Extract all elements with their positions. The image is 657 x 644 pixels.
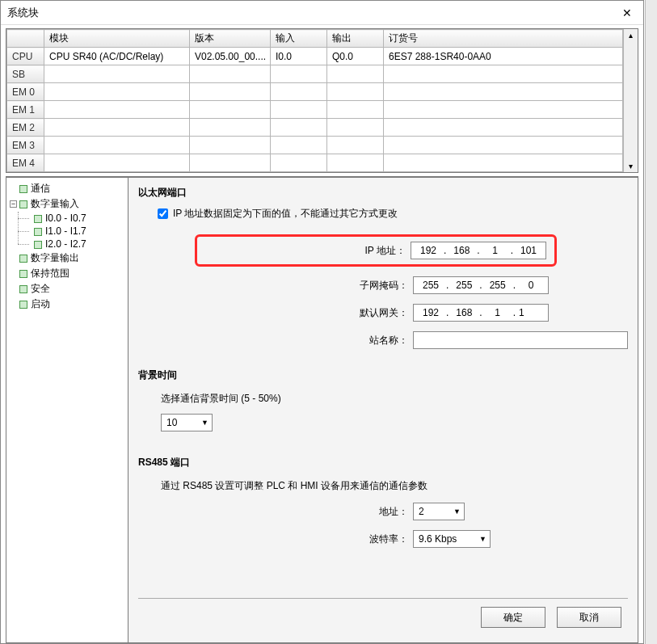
ip-oct-1[interactable] (415, 244, 442, 257)
tree-item[interactable]: −数字量输入 (8, 196, 126, 212)
mask-oct-3[interactable] (484, 279, 512, 292)
table-cell[interactable] (327, 65, 384, 83)
gw-oct-1[interactable] (417, 306, 444, 319)
col-module[interactable]: 模块 (44, 30, 190, 48)
tree-icon (19, 285, 27, 293)
gw-oct-3[interactable] (484, 306, 512, 319)
mask-oct-1[interactable] (417, 279, 444, 292)
station-input[interactable] (413, 331, 628, 349)
close-icon[interactable]: ✕ (611, 1, 643, 25)
ip-input[interactable]: . . . (411, 242, 546, 259)
table-cell[interactable] (384, 137, 623, 154)
table-cell[interactable] (271, 101, 327, 119)
col-input[interactable]: 输入 (271, 30, 327, 48)
ok-button[interactable]: 确定 (481, 607, 545, 628)
col-blank[interactable] (7, 30, 44, 48)
table-cell[interactable] (44, 65, 190, 83)
table-row[interactable]: CPUCPU SR40 (AC/DC/Relay)V02.05.00_00...… (7, 48, 638, 65)
scroll-up-icon[interactable]: ▴ (629, 29, 633, 41)
scroll-down-icon[interactable]: ▾ (629, 160, 633, 172)
row-header[interactable]: EM 1 (7, 101, 44, 119)
ip-fixed-checkbox[interactable] (158, 208, 168, 219)
mask-oct-2[interactable] (450, 279, 478, 292)
table-cell[interactable] (44, 137, 190, 154)
row-header[interactable]: SB (7, 65, 44, 83)
table-cell[interactable]: 6ES7 288-1SR40-0AA0 (384, 48, 623, 65)
table-cell[interactable] (271, 65, 327, 83)
table-row[interactable]: EM 0 (7, 83, 638, 101)
gw-oct-4[interactable] (517, 306, 545, 319)
table-cell[interactable]: I0.0 (271, 48, 327, 65)
table-cell[interactable] (327, 137, 384, 154)
background-select[interactable]: 10 ▼ (161, 414, 213, 431)
table-row[interactable]: EM 3 (7, 137, 638, 154)
tree-item[interactable]: 安全 (8, 281, 126, 297)
table-cell[interactable] (384, 65, 623, 83)
background-desc: 选择通信背景时间 (5 - 50%) (161, 392, 628, 406)
col-output[interactable]: 输出 (327, 30, 384, 48)
col-order[interactable]: 订货号 (384, 30, 623, 48)
table-row[interactable]: SB (7, 65, 638, 83)
cancel-button[interactable]: 取消 (557, 607, 621, 628)
table-cell[interactable] (327, 154, 384, 172)
ip-oct-2[interactable] (448, 244, 475, 257)
row-header[interactable]: CPU (7, 48, 44, 65)
tree-item[interactable]: 保持范围 (8, 266, 126, 281)
tree-item[interactable]: I2.0 - I2.7 (29, 238, 126, 250)
table-cell[interactable] (384, 154, 623, 172)
table-cell[interactable] (327, 83, 384, 101)
tree-item[interactable]: 通信 (8, 181, 126, 196)
table-cell[interactable] (190, 154, 271, 172)
table-row[interactable]: EM 2 (7, 119, 638, 137)
table-cell[interactable] (44, 101, 190, 119)
grid-scrollbar[interactable]: ▴ ▾ (623, 29, 638, 172)
table-cell[interactable] (384, 119, 623, 137)
rs485-desc: 通过 RS485 设置可调整 PLC 和 HMI 设备用来通信的通信参数 (161, 479, 628, 493)
table-row[interactable]: EM 1 (7, 101, 638, 119)
mask-input[interactable]: . . . (413, 276, 549, 294)
table-cell[interactable] (190, 137, 271, 154)
tree-item[interactable]: 启动 (8, 297, 126, 312)
tree-label: 数字量输出 (31, 252, 79, 263)
right-strip (645, 0, 657, 644)
table-cell[interactable] (44, 119, 190, 137)
tree-item[interactable]: I0.0 - I0.7 (29, 212, 126, 225)
table-cell[interactable]: Q0.0 (327, 48, 384, 65)
row-header[interactable]: EM 0 (7, 83, 44, 101)
table-cell[interactable] (190, 101, 271, 119)
module-grid: 模块 版本 输入 输出 订货号 CPUCPU SR40 (AC/DC/Relay… (6, 28, 638, 173)
table-cell[interactable]: V02.05.00_00.... (190, 48, 271, 65)
gw-oct-2[interactable] (450, 306, 478, 319)
table-cell[interactable] (271, 154, 327, 172)
table-row[interactable]: EM 4 (7, 154, 638, 172)
table-cell[interactable] (44, 83, 190, 101)
titlebar: 系统块 ✕ (1, 1, 643, 25)
table-cell[interactable] (271, 83, 327, 101)
ip-label: IP 地址： (197, 244, 411, 258)
col-version[interactable]: 版本 (190, 30, 271, 48)
row-header[interactable]: EM 2 (7, 119, 44, 137)
table-cell[interactable] (384, 83, 623, 101)
table-cell[interactable] (44, 154, 190, 172)
mask-oct-4[interactable] (517, 279, 545, 292)
table-cell[interactable] (190, 65, 271, 83)
ip-oct-4[interactable] (515, 244, 542, 257)
tree-item[interactable]: 数字量输出 (8, 250, 126, 266)
table-cell[interactable] (190, 119, 271, 137)
rs485-addr-select[interactable]: 2 ▼ (413, 503, 465, 520)
table-cell[interactable] (271, 137, 327, 154)
table-cell[interactable]: CPU SR40 (AC/DC/Relay) (44, 48, 190, 65)
collapse-icon[interactable]: − (10, 200, 17, 208)
table-cell[interactable] (384, 101, 623, 119)
table-cell[interactable] (190, 83, 271, 101)
table-cell[interactable] (327, 101, 384, 119)
rs485-baud-select[interactable]: 9.6 Kbps ▼ (413, 530, 491, 548)
gw-input[interactable]: . . . (413, 304, 549, 322)
ip-oct-3[interactable] (482, 244, 509, 257)
table-cell[interactable] (271, 119, 327, 137)
tree-item[interactable]: I1.0 - I1.7 (29, 225, 126, 238)
table-cell[interactable] (327, 119, 384, 137)
row-header[interactable]: EM 4 (7, 154, 44, 172)
row-header[interactable]: EM 3 (7, 137, 44, 154)
tree-label: 启动 (31, 298, 50, 309)
